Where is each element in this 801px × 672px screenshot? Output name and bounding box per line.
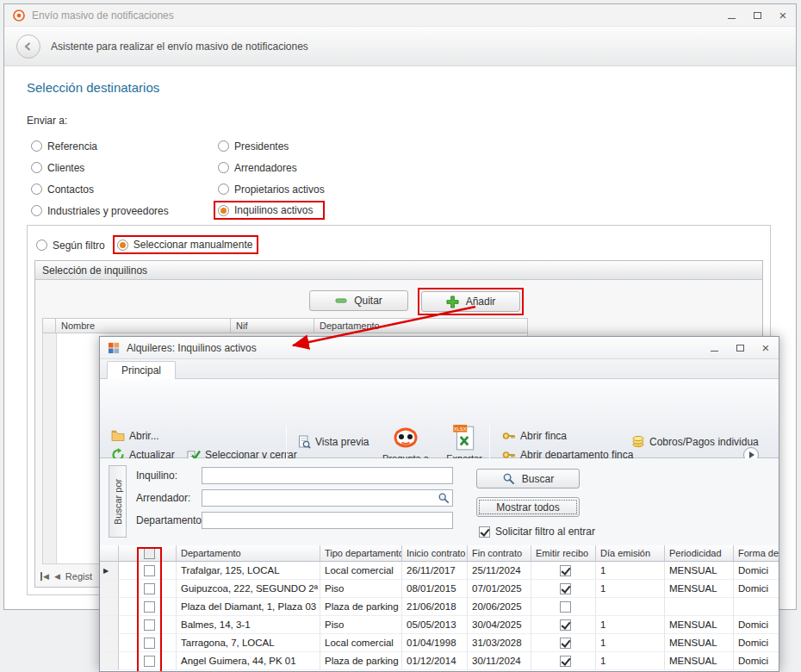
grid-row-4[interactable]: Balmes, 14, 3-1Piso05/05/201330/04/20251… xyxy=(100,616,779,634)
emitir-recibo-checkbox[interactable] xyxy=(560,656,571,667)
buscar-por-tab[interactable]: Buscar por xyxy=(109,465,127,538)
radio-inquilinos-activos[interactable] xyxy=(218,205,229,216)
select-all-checkbox[interactable] xyxy=(144,548,155,559)
emitir-recibo-checkbox[interactable] xyxy=(560,619,571,631)
row-selector[interactable] xyxy=(100,652,119,670)
destination-table-header: NombreNifDepartamento xyxy=(42,318,528,333)
radio-industriales-y-proveedores[interactable] xyxy=(31,205,42,216)
grid-row-3[interactable]: Plaza del Diamant, 1, Plaza 03Plaza de p… xyxy=(100,598,779,616)
emitir-recibo-checkbox[interactable] xyxy=(560,583,571,594)
vista-previa-button[interactable]: Vista previa xyxy=(293,432,373,451)
radio-arrendadores[interactable] xyxy=(218,162,229,173)
arrendador-lookup-button[interactable] xyxy=(438,492,450,507)
grid-column-inicio-contrato[interactable]: Inicio contrato xyxy=(402,545,468,562)
back-button[interactable] xyxy=(16,34,40,59)
row-checkbox-cell xyxy=(119,580,177,598)
row-selector[interactable] xyxy=(100,616,119,634)
first-record-button[interactable]: ◀ xyxy=(40,572,49,581)
quitar-button[interactable]: Quitar xyxy=(309,290,408,311)
option-industriales-y-proveedores[interactable]: Industriales y proveedores xyxy=(31,200,169,221)
row-select-checkbox[interactable] xyxy=(144,619,155,631)
buscar-button[interactable]: Buscar xyxy=(476,469,580,488)
cell-fin-contrato: 20/06/2025 xyxy=(468,598,531,616)
cell-departamento: Balmes, 14, 3-1 xyxy=(177,616,320,634)
row-select-checkbox[interactable] xyxy=(144,638,155,649)
close-button[interactable]: × xyxy=(753,337,779,358)
cell-periodicidad: MENSUAL xyxy=(665,616,734,634)
abrir-finca-button[interactable]: Abrir finca xyxy=(498,426,571,445)
option-contactos[interactable]: Contactos xyxy=(31,178,169,200)
arrendador-input[interactable] xyxy=(202,489,453,507)
arrendador-label: Arrendador: xyxy=(136,492,190,504)
cell-tipo-departamento: Plaza de parking xyxy=(320,652,402,670)
option-seleccionar-manualmente[interactable]: Seleccionar manualmente xyxy=(113,235,259,254)
coins-icon xyxy=(631,435,645,449)
row-selector[interactable]: ▶ xyxy=(100,562,119,580)
grid-column-emitir-recibo[interactable]: Emitir recibo xyxy=(531,545,596,562)
anadir-label: Añadir xyxy=(466,296,496,308)
radio-segun-filtro[interactable] xyxy=(36,240,47,251)
grid-row-1[interactable]: ▶Trafalgar, 125, LOCALLocal comercial26/… xyxy=(100,562,779,580)
row-selector[interactable] xyxy=(100,634,119,652)
close-button[interactable]: × xyxy=(770,4,796,26)
prev-record-button[interactable]: ◀ xyxy=(54,572,60,581)
minimize-button[interactable] xyxy=(701,337,727,358)
column-header-departamento[interactable]: Departamento xyxy=(314,318,528,333)
row-selector[interactable] xyxy=(100,580,119,598)
grid-row-5[interactable]: Tarragona, 7, LOCALLocal comercial01/04/… xyxy=(100,634,779,652)
inquilino-input[interactable] xyxy=(202,467,453,484)
departamento-input[interactable] xyxy=(202,512,453,529)
radio-contactos[interactable] xyxy=(31,184,42,195)
maximize-button[interactable] xyxy=(727,337,753,358)
xlsx-badge: XLSX xyxy=(454,426,467,432)
grid-column-dia-emision[interactable]: Día emisión xyxy=(596,545,665,562)
mostrar-todos-button[interactable]: Mostrar todos xyxy=(476,497,580,517)
main-titlebar[interactable]: Envío masivo de notificaciones × xyxy=(4,4,796,27)
emitir-recibo-checkbox[interactable] xyxy=(560,601,571,613)
row-select-checkbox[interactable] xyxy=(144,583,155,594)
option-clientes[interactable]: Clientes xyxy=(31,157,169,178)
tab-principal[interactable]: Principal xyxy=(107,361,176,379)
column-header-nif[interactable]: Nif xyxy=(231,318,314,333)
grid-column-periodicidad[interactable]: Periodicidad xyxy=(665,545,734,562)
radio-seleccionar-manualmente[interactable] xyxy=(117,240,128,251)
row-select-checkbox[interactable] xyxy=(144,601,155,613)
emitir-recibo-checkbox[interactable] xyxy=(560,638,571,649)
grid-row-6[interactable]: Angel Guimera, 44, PK 01Plaza de parking… xyxy=(100,652,779,670)
emitir-recibo-checkbox[interactable] xyxy=(560,565,571,576)
cell-departamento: Trafalgar, 125, LOCAL xyxy=(177,562,320,580)
abrir-button[interactable]: Abrir... xyxy=(107,426,164,445)
magnifier-icon xyxy=(502,472,515,485)
grid-row-2[interactable]: Guipuzcoa, 222, SEGUNDO 2ªPiso08/01/2015… xyxy=(100,580,779,598)
radio-propietarios-activos[interactable] xyxy=(218,184,229,195)
option-presidentes[interactable]: Presidentes xyxy=(218,135,325,157)
row-select-checkbox[interactable] xyxy=(144,565,155,576)
option-referencia[interactable]: Referencia xyxy=(31,135,169,157)
solicitar-filtro-checkbox[interactable] xyxy=(479,526,490,538)
option-segun-filtro[interactable]: Según filtro xyxy=(36,234,105,256)
grid-column-tipo-departamento[interactable]: Tipo departamento xyxy=(320,545,402,562)
option-inquilinos-activos[interactable]: Inquilinos activos xyxy=(214,201,325,220)
column-header-nombre[interactable]: Nombre xyxy=(56,318,231,333)
label-propietarios-activos: Propietarios activos xyxy=(234,184,325,196)
radio-clientes[interactable] xyxy=(31,162,42,173)
grid-selector-header xyxy=(100,545,119,562)
maximize-button[interactable] xyxy=(744,4,770,26)
radio-presidentes[interactable] xyxy=(218,140,229,152)
magnifier-icon xyxy=(438,492,450,504)
grid-checkbox-header xyxy=(119,545,177,562)
row-select-checkbox[interactable] xyxy=(144,656,155,667)
minimize-button[interactable] xyxy=(718,4,744,26)
radio-referencia[interactable] xyxy=(31,140,42,152)
cell-inicio-contrato: 01/12/2014 xyxy=(402,652,468,670)
child-window-title: Alquileres: Inquilinos activos xyxy=(127,342,257,354)
cell-tipo-departamento: Piso xyxy=(320,616,402,634)
row-selector[interactable] xyxy=(100,598,119,616)
child-titlebar[interactable]: Alquileres: Inquilinos activos × xyxy=(100,337,779,359)
anadir-button[interactable]: Añadir xyxy=(421,291,520,312)
option-arrendadores[interactable]: Arrendadores xyxy=(218,157,325,178)
grid-column-departamento[interactable]: Departamento xyxy=(177,545,320,562)
grid-column-forma-de[interactable]: Forma de xyxy=(734,545,779,562)
option-propietarios-activos[interactable]: Propietarios activos xyxy=(218,178,325,200)
grid-column-fin-contrato[interactable]: Fin contrato xyxy=(468,545,531,562)
